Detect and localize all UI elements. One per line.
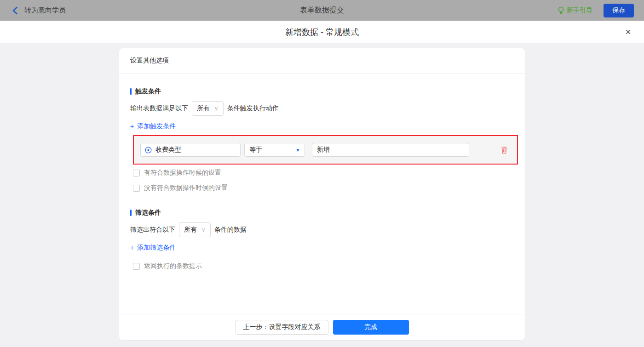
card-body: 触发条件 输出表数据满足以下 所有 ∨ 条件触发执行动作 + 添加触发条件 [119, 74, 525, 270]
trigger-match-mode-select[interactable]: 所有 ∨ [192, 101, 224, 116]
card-header: 设置其他选项 [119, 48, 525, 74]
add-filter-condition-label: 添加筛选条件 [137, 244, 176, 252]
beginner-guide-label: 新手引导 [567, 6, 592, 15]
section-accent-bar [130, 210, 132, 216]
save-button[interactable]: 保存 [604, 4, 634, 17]
chevron-down-icon: ∨ [201, 227, 206, 233]
caret-down-icon: ▼ [291, 143, 305, 156]
add-filter-condition-link[interactable]: + 添加筛选条件 [130, 244, 176, 252]
delete-condition-icon[interactable] [500, 146, 508, 154]
has-match-checkbox-row: 有符合数据操作时候的设置 [133, 169, 514, 177]
condition-value-input[interactable]: 新增 [312, 143, 469, 157]
count-tip-checkbox[interactable] [133, 263, 140, 270]
no-match-checkbox[interactable] [133, 185, 140, 192]
chevron-down-icon: ∨ [214, 105, 218, 112]
modal-title: 新增数据 - 常规模式 [285, 27, 359, 38]
page-title: 表单数据提交 [0, 6, 644, 15]
count-tip-checkbox-label: 返回执行的条数提示 [144, 262, 202, 270]
condition-field-select[interactable]: 收费类型 [140, 143, 241, 157]
topbar-actions: 新手引导 保存 [558, 4, 634, 17]
trigger-condition-row: 收费类型 等于 ▼ 新增 [133, 135, 518, 165]
condition-value-text: 新增 [317, 146, 330, 154]
condition-operator-value: 等于 [245, 146, 291, 154]
filter-section-label: 筛选条件 [135, 209, 161, 217]
trigger-section-title: 触发条件 [130, 87, 514, 96]
has-match-checkbox[interactable] [133, 170, 140, 176]
add-trigger-condition-link[interactable]: + 添加触发条件 [130, 122, 176, 131]
count-tip-checkbox-row: 返回执行的条数提示 [133, 262, 514, 270]
trigger-match-line: 输出表数据满足以下 所有 ∨ 条件触发执行动作 [130, 101, 514, 116]
condition-operator-select[interactable]: 等于 ▼ [244, 143, 305, 157]
filter-match-mode-select[interactable]: 所有 ∨ [179, 222, 211, 237]
card-footer: 上一步：设置字段对应关系 完成 [119, 314, 525, 340]
section-accent-bar [130, 88, 132, 95]
filter-match-line: 筛选出符合以下 所有 ∨ 条件的数据 [130, 222, 514, 237]
options-card: 设置其他选项 触发条件 输出表数据满足以下 所有 ∨ 条件触发执行动作 + 添加… [119, 48, 525, 340]
top-bar: 转为意向学员 表单数据提交 新手引导 保存 [0, 0, 644, 21]
has-match-checkbox-label: 有符合数据操作时候的设置 [144, 169, 221, 177]
no-match-checkbox-row: 没有符合数据操作时候的设置 [133, 184, 514, 192]
add-trigger-condition-label: 添加触发条件 [137, 122, 176, 131]
close-icon[interactable]: × [625, 27, 631, 37]
filter-section: 筛选条件 筛选出符合以下 所有 ∨ 条件的数据 + 添加筛选条件 返回执行的条数… [130, 209, 514, 270]
modal-header: 新增数据 - 常规模式 × [0, 21, 644, 44]
trigger-match-suffix: 条件触发执行动作 [227, 104, 279, 113]
trigger-match-prefix: 输出表数据满足以下 [130, 104, 188, 113]
lightbulb-icon [558, 6, 564, 14]
no-match-checkbox-label: 没有符合数据操作时候的设置 [144, 184, 228, 192]
filter-match-suffix: 条件的数据 [214, 226, 247, 234]
done-button[interactable]: 完成 [333, 320, 409, 335]
plus-icon: + [130, 123, 134, 130]
filter-match-mode-value: 所有 [184, 226, 197, 234]
filter-match-prefix: 筛选出符合以下 [130, 226, 175, 234]
radio-field-icon [145, 147, 152, 154]
trigger-section-label: 触发条件 [135, 87, 161, 96]
plus-icon: + [130, 244, 134, 251]
filter-section-title: 筛选条件 [130, 209, 514, 217]
condition-field-value: 收费类型 [155, 146, 181, 154]
previous-step-button[interactable]: 上一步：设置字段对应关系 [236, 320, 328, 335]
trigger-match-mode-value: 所有 [197, 104, 210, 113]
beginner-guide-link[interactable]: 新手引导 [558, 6, 592, 15]
